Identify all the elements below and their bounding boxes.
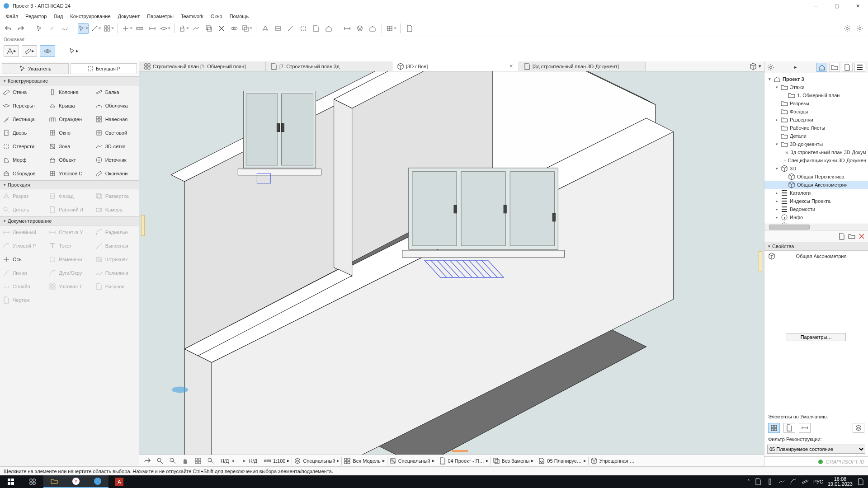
tb-misc3[interactable]	[285, 23, 296, 34]
3d-viewport[interactable]	[139, 71, 764, 455]
shade-combo[interactable]: Упрощенная …	[599, 458, 635, 464]
properties-header[interactable]: Свойства	[764, 242, 868, 251]
pointer-tool[interactable]: Указатель	[2, 63, 69, 74]
nav-fwd[interactable]: ▸	[242, 458, 247, 464]
tool-Оболочка[interactable]: Оболочка	[93, 99, 139, 113]
menu-документ[interactable]: Документ	[115, 13, 143, 20]
tb-misc6[interactable]	[323, 23, 334, 34]
layer-combo[interactable]: Специальный	[303, 458, 335, 464]
archicad-task[interactable]	[87, 475, 108, 488]
close-button[interactable]: ✕	[847, 0, 868, 12]
tb-misc1[interactable]	[260, 23, 271, 34]
tray-lang[interactable]: РУС	[813, 479, 823, 484]
tb-misc4[interactable]	[298, 23, 309, 34]
marquee-tool[interactable]: Бегущая Р	[71, 63, 137, 74]
tool-3D-сетка[interactable]: 3D-сетка	[93, 140, 139, 153]
right-handle[interactable]	[759, 251, 762, 272]
guide-mode[interactable]	[90, 23, 101, 34]
tree-node[interactable]: Фасады	[764, 108, 868, 116]
zoom-out-icon[interactable]	[155, 455, 165, 466]
tool-Огражден[interactable]: Огражден	[46, 113, 92, 126]
tray-clock[interactable]: 18:0819.01.2023	[828, 477, 853, 487]
tray-network-icon[interactable]	[778, 478, 785, 485]
menu-вид[interactable]: Вид	[51, 13, 66, 20]
tree-node[interactable]: ▾3D-документы	[764, 140, 868, 148]
show-hide-button[interactable]	[229, 23, 240, 34]
override-combo[interactable]: Без Замены	[502, 458, 530, 464]
geom-method-1[interactable]: ▸	[4, 45, 19, 57]
acrobat-task[interactable]: A	[108, 475, 130, 488]
tray-notifications-icon[interactable]	[857, 478, 864, 485]
tree-node[interactable]: 3д строительный план 3D-Докум	[764, 148, 868, 156]
tab[interactable]: Строительный план [1. Обмерный план]	[139, 61, 266, 71]
menu-teamwork[interactable]: Teamwork	[178, 13, 207, 20]
tool-Источник[interactable]: Источник	[93, 153, 139, 167]
redo-button[interactable]	[15, 23, 26, 34]
start-button[interactable]	[0, 475, 22, 488]
menu-параметры[interactable]: Параметры	[144, 13, 177, 20]
navigator-tree[interactable]: ▾Проект 3▾Этажи1. Обмерный планРазрезыФа…	[764, 73, 868, 224]
dropper-button[interactable]	[47, 23, 57, 34]
gravity-button[interactable]	[191, 23, 202, 34]
menu-редактор[interactable]: Редактор	[22, 13, 50, 20]
attribute-button[interactable]	[842, 23, 853, 34]
measure-button[interactable]	[147, 23, 158, 34]
explode-button[interactable]	[216, 23, 227, 34]
tb-misc5[interactable]	[311, 23, 321, 34]
nav-settings-icon[interactable]	[767, 64, 774, 71]
tab[interactable]: [7. Строительный план 3д	[266, 61, 392, 71]
default-apply[interactable]	[853, 423, 864, 433]
edit-group-button[interactable]	[203, 23, 214, 34]
new-folder-icon[interactable]	[848, 233, 855, 240]
tool-Дверь[interactable]: Дверь	[0, 126, 46, 140]
tool-Зона[interactable]: Зона	[46, 140, 92, 153]
tool-Колонна[interactable]: Колонна	[46, 85, 92, 99]
tree-node[interactable]: Детали	[764, 132, 868, 140]
geom-method-3[interactable]	[40, 45, 55, 57]
tree-scrollbar[interactable]	[764, 224, 868, 230]
default-3[interactable]	[799, 423, 811, 433]
grid-toggle[interactable]	[122, 23, 132, 34]
toolgroup-Проекция[interactable]: Проекция	[0, 180, 139, 189]
tab[interactable]: [3D / Все]✕	[392, 61, 519, 71]
menu-конструирование[interactable]: Конструирование	[67, 13, 113, 20]
tool-Перекрыт[interactable]: Перекрыт	[0, 99, 46, 113]
pan-button[interactable]	[180, 455, 191, 466]
menu-окно[interactable]: Окно	[208, 13, 226, 20]
tab-overview-icon[interactable]	[750, 63, 757, 70]
tool-Крыша[interactable]: Крыша	[46, 99, 92, 113]
snap-mode[interactable]	[103, 23, 114, 34]
tree-node[interactable]: ▸Ведомости	[764, 205, 868, 213]
tool-Навесная[interactable]: Навесная	[93, 113, 139, 126]
reconstruction-filter[interactable]: 05 Планируемое состояние	[767, 445, 865, 454]
geom-method-2[interactable]: ▸	[22, 45, 37, 57]
tool-Ось[interactable]: Ось	[0, 253, 46, 266]
tool-Лестница[interactable]: Лестница	[0, 113, 46, 126]
default-2[interactable]	[783, 423, 795, 433]
yandex-task[interactable]: Y	[65, 475, 87, 488]
tree-node[interactable]: ▸Каталоги	[764, 189, 868, 197]
tree-node[interactable]: Общая Аксонометрия	[764, 181, 868, 189]
reno-status[interactable]: 04 Проект - П…	[448, 458, 484, 464]
prev-view-button[interactable]	[205, 455, 216, 466]
tb-layers[interactable]	[354, 23, 365, 34]
tray-chevron-icon[interactable]: ˄	[747, 479, 750, 485]
maximize-button[interactable]: ▢	[826, 0, 847, 12]
trace-toggle[interactable]	[241, 23, 252, 34]
taskview-button[interactable]	[22, 475, 43, 488]
default-1[interactable]	[768, 423, 780, 433]
tray-volume-icon[interactable]	[802, 478, 809, 485]
tool-Отверсти[interactable]: Отверсти	[0, 140, 46, 153]
tree-node[interactable]: Разрезы	[764, 99, 868, 108]
tool-Угловое С[interactable]: Угловое С	[46, 167, 92, 180]
pick-button[interactable]	[34, 23, 45, 34]
orbit-button[interactable]	[142, 455, 153, 466]
model-filter[interactable]: Вся Модель	[353, 458, 380, 464]
delete-icon[interactable]	[858, 233, 865, 240]
nav-tab-publisher[interactable]	[854, 63, 865, 72]
nav-back[interactable]: ◂	[231, 458, 235, 464]
tree-node[interactable]: ▾Проект 3	[764, 75, 868, 83]
tb-window[interactable]	[386, 23, 396, 34]
explorer-task[interactable]	[43, 475, 65, 488]
tree-node[interactable]: 1. Обмерный план	[764, 91, 868, 99]
